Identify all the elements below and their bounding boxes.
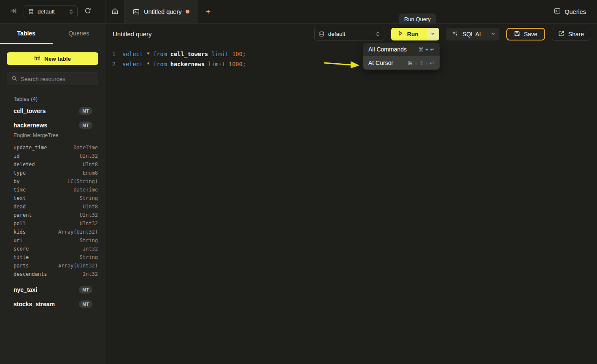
code-token: 100	[232, 51, 242, 57]
database-selector[interactable]: default	[24, 5, 78, 18]
column-row: urlString	[0, 236, 105, 245]
code-token: limit	[211, 51, 232, 57]
sidebar-tab-queries[interactable]: Queries	[53, 24, 105, 44]
column-name: parts	[14, 263, 29, 269]
top-bar: default Untitled query	[0, 0, 597, 24]
column-name: score	[14, 246, 29, 252]
chevron-updown-icon	[69, 9, 73, 14]
column-row: scoreInt32	[0, 245, 105, 253]
column-row: byLC(String)	[0, 177, 105, 186]
share-icon	[558, 30, 565, 38]
run-menu-item[interactable]: At Cursor⌘ + ⇧ + ↵	[363, 56, 440, 70]
run-menu-item[interactable]: All Commands⌘ + ↵	[363, 43, 440, 56]
column-row: partsArray(UInt32)	[0, 262, 105, 270]
database-selector[interactable]: default	[314, 28, 384, 40]
new-table-button[interactable]: New table	[7, 52, 98, 65]
column-type: UInt32	[80, 153, 98, 159]
refresh-button[interactable]	[83, 6, 93, 17]
column-type: Int32	[83, 271, 98, 277]
table-icon	[34, 55, 41, 62]
topbar-right: Queries	[554, 0, 597, 23]
database-icon	[28, 9, 34, 14]
tables-section-label: Tables (4)	[14, 96, 92, 102]
home-icon	[111, 8, 119, 16]
engine-badge: MT	[79, 107, 92, 115]
query-title: Untitled query	[113, 30, 152, 38]
queries-link[interactable]: Queries	[554, 8, 586, 16]
sql-editor[interactable]: 1select * from cell_towers limit 100;2se…	[105, 44, 597, 364]
column-name: parent	[14, 212, 32, 218]
engine-badge: MT	[79, 121, 92, 129]
search-icon	[11, 75, 17, 83]
engine-badge: MT	[79, 300, 92, 308]
collapse-sidebar-icon	[10, 8, 17, 16]
column-type: UInt32	[80, 221, 98, 226]
column-row: parentUInt32	[0, 211, 105, 219]
column-type: UInt8	[83, 162, 98, 167]
save-button-label: Save	[524, 31, 538, 38]
table-row[interactable]: nyc_taxiMT	[0, 283, 105, 297]
code-token: select	[122, 51, 146, 57]
refresh-icon	[84, 8, 91, 16]
code-token: select	[122, 61, 146, 67]
column-row: kidsArray(UInt32)	[0, 228, 105, 236]
tab-bar: Untitled query +	[105, 0, 218, 23]
run-options-button[interactable]	[427, 28, 439, 40]
sidebar-tabs: Tables Queries	[0, 24, 105, 44]
sql-ai-button-label: SQL AI	[462, 31, 481, 38]
menu-item-shortcut: ⌘ + ↵	[418, 46, 435, 53]
column-row: pollUInt32	[0, 219, 105, 228]
terminal-icon	[554, 8, 561, 16]
search-box	[7, 73, 98, 85]
table-columns: update_timeDateTimeidUInt32deletedUInt8t…	[0, 142, 105, 283]
code-token: ;	[243, 51, 246, 57]
sidebar-tab-tables[interactable]: Tables	[0, 24, 53, 44]
run-button[interactable]: Run	[391, 28, 427, 40]
home-button[interactable]	[105, 0, 124, 23]
code-token: from	[153, 51, 170, 57]
table-row[interactable]: hackernewsMT	[0, 118, 105, 132]
table-row[interactable]: cell_towersMT	[0, 104, 105, 118]
share-button[interactable]: Share	[552, 28, 590, 40]
database-selector-value: default	[328, 31, 372, 37]
code-text: select * from hackernews limit 1000;	[122, 59, 246, 69]
terminal-icon	[133, 8, 140, 15]
column-name: deleted	[14, 162, 35, 167]
search-input[interactable]	[21, 76, 94, 82]
line-number: 1	[105, 49, 116, 59]
column-name: text	[14, 195, 26, 201]
unsaved-indicator-dot	[186, 10, 189, 13]
run-button-label: Run	[407, 31, 419, 38]
column-type: String	[80, 254, 98, 260]
play-icon	[397, 30, 403, 38]
column-type: UInt8	[83, 204, 98, 210]
column-type: Array(UInt32)	[58, 229, 98, 235]
table-row[interactable]: stocks_streamMT	[0, 297, 105, 311]
tables-list: cell_towersMThackernewsMTEngine: MergeTr…	[0, 104, 105, 320]
sidebar-header: default	[0, 0, 105, 23]
column-row: timeDateTime	[0, 186, 105, 194]
code-token: 1000	[229, 61, 243, 67]
column-type: Enum8	[83, 170, 98, 176]
table-engine-label: Engine: MergeTree	[0, 132, 105, 142]
database-icon	[319, 31, 324, 37]
collapse-sidebar-button[interactable]	[8, 6, 19, 17]
column-name: kids	[14, 229, 26, 235]
menu-item-shortcut: ⌘ + ⇧ + ↵	[408, 60, 435, 66]
table-name: hackernews	[14, 122, 47, 129]
code-token: *	[146, 51, 153, 57]
tab-untitled-query[interactable]: Untitled query	[124, 0, 198, 23]
column-row: descendantsInt32	[0, 270, 105, 278]
save-button[interactable]: Save	[506, 28, 545, 40]
menu-item-label: All Commands	[368, 46, 407, 53]
column-name: time	[14, 187, 26, 193]
tab-label: Untitled query	[144, 8, 181, 15]
code-token: ;	[243, 61, 246, 67]
table-name: nyc_taxi	[14, 286, 37, 293]
new-tab-button[interactable]: +	[198, 0, 218, 23]
code-token: from	[153, 61, 170, 67]
sql-ai-options-button[interactable]	[487, 28, 500, 40]
sql-ai-button[interactable]: SQL AI	[446, 28, 487, 40]
code-text: select * from cell_towers limit 100;	[122, 49, 246, 59]
column-name: dead	[14, 204, 26, 210]
